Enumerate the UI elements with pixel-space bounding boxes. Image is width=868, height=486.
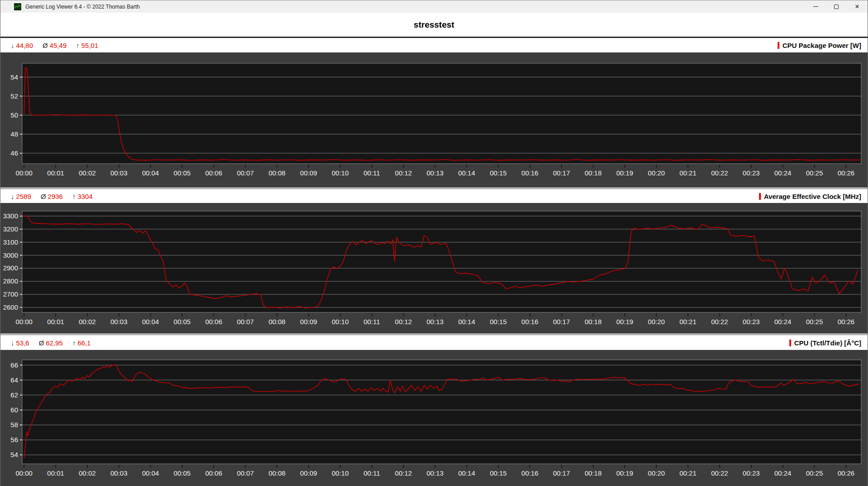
maximize-button[interactable] — [826, 0, 847, 13]
x-axis-label: 00:09 — [300, 469, 317, 477]
x-axis-label: 00:24 — [774, 318, 792, 326]
up-arrow-icon: ↑ — [76, 42, 80, 49]
power-stats-row: ↓44,80 Ø45,49 ↑55,01 CPU Package Power [… — [0, 38, 868, 52]
series-legend-temp: CPU (Tctl/Tdie) [Â°C] — [789, 339, 861, 347]
x-axis-label: 00:14 — [458, 318, 475, 326]
x-axis-label: 00:21 — [679, 469, 697, 477]
x-axis-label: 00:07 — [237, 318, 254, 326]
x-axis-label: 00:03 — [110, 318, 127, 326]
x-axis-label: 00:14 — [458, 169, 475, 177]
x-axis-label: 00:12 — [395, 469, 412, 477]
x-axis-label: 00:07 — [237, 169, 254, 177]
x-axis-label: 00:00 — [15, 469, 33, 477]
y-axis-label: 2800 — [3, 277, 18, 285]
power-chart-canvas[interactable]: 464850525400:0000:0100:0200:0300:0400:05… — [0, 52, 868, 186]
x-axis-label: 00:10 — [332, 169, 349, 177]
y-axis-label: 2900 — [3, 264, 18, 272]
x-axis-label: 00:06 — [205, 169, 222, 177]
panel-separator — [0, 186, 868, 189]
max-stat: ↑66,1 — [72, 339, 91, 347]
x-axis-label: 00:25 — [806, 169, 823, 177]
min-stat: ↓44,80 — [11, 42, 33, 49]
y-axis-label: 52 — [10, 92, 18, 100]
average-icon: Ø — [41, 193, 46, 200]
x-axis-label: 00:24 — [774, 169, 792, 177]
max-stat: ↑55,01 — [76, 42, 98, 49]
y-axis-label: 3000 — [3, 251, 18, 259]
legend-color-bar — [759, 193, 761, 200]
avg-stat: Ø45,49 — [42, 42, 66, 49]
x-axis-label: 00:22 — [711, 469, 728, 477]
x-axis-label: 00:19 — [616, 169, 633, 177]
y-axis-label: 46 — [10, 149, 18, 157]
max-value: 66,1 — [77, 339, 90, 347]
x-axis-label: 00:01 — [47, 469, 64, 477]
x-axis-label: 00:09 — [300, 318, 317, 326]
temp-chart-region: 5456586062646600:0000:0100:0200:0300:040… — [0, 350, 868, 485]
x-axis-label: 00:00 — [15, 169, 33, 177]
y-axis-label: 3200 — [3, 225, 18, 233]
window-title: Generic Log Viewer 6.4 - © 2022 Thomas B… — [25, 4, 140, 10]
y-axis-label: 56 — [10, 436, 18, 444]
down-arrow-icon: ↓ — [11, 339, 14, 347]
min-value: 53,6 — [16, 339, 29, 347]
max-value: 55,01 — [81, 42, 99, 49]
x-axis-label: 00:21 — [679, 318, 697, 326]
x-axis-label: 00:02 — [79, 469, 96, 477]
y-axis-label: 50 — [10, 111, 18, 119]
x-axis-label: 00:01 — [47, 318, 64, 326]
x-axis-label: 00:01 — [47, 169, 64, 177]
series-legend-clock: Average Effective Clock [MHz] — [759, 193, 861, 200]
clock-chart-canvas[interactable]: 2600270028002900300031003200330000:0000:… — [0, 203, 868, 332]
x-axis-label: 00:00 — [15, 318, 33, 326]
x-axis-label: 00:11 — [363, 318, 380, 326]
app-logo-icon — [14, 3, 21, 10]
avg-stat: Ø62,95 — [39, 339, 63, 347]
x-axis-label: 00:02 — [79, 169, 96, 177]
x-axis-label: 00:13 — [427, 169, 444, 177]
temp-chart-canvas[interactable]: 5456586062646600:0000:0100:0200:0300:040… — [0, 350, 868, 485]
minimize-icon — [813, 6, 818, 7]
panel-separator — [0, 332, 868, 335]
x-axis-label: 00:03 — [110, 469, 127, 477]
x-axis-label: 00:05 — [174, 318, 191, 326]
x-axis-label: 00:07 — [237, 469, 254, 477]
max-stat: ↑3304 — [72, 193, 93, 200]
plot-area[interactable] — [22, 63, 861, 164]
series-legend-power: CPU Package Power [W] — [778, 42, 861, 49]
x-axis-label: 00:19 — [616, 318, 633, 326]
y-axis-label: 3300 — [3, 212, 18, 220]
power-chart-region: 464850525400:0000:0100:0200:0300:0400:05… — [0, 52, 868, 186]
x-axis-label: 00:21 — [679, 169, 697, 177]
x-axis-label: 00:23 — [743, 318, 760, 326]
x-axis-label: 00:09 — [300, 169, 317, 177]
down-arrow-icon: ↓ — [11, 42, 14, 49]
close-button[interactable]: ✕ — [847, 0, 868, 13]
x-axis-label: 00:23 — [743, 469, 760, 477]
x-axis-label: 00:26 — [838, 318, 855, 326]
x-axis-label: 00:23 — [743, 169, 760, 177]
y-axis-label: 2700 — [3, 290, 18, 298]
x-axis-label: 00:25 — [806, 318, 823, 326]
x-axis-label: 00:03 — [110, 169, 127, 177]
y-axis-label: 64 — [10, 376, 18, 384]
x-axis-label: 00:19 — [616, 469, 633, 477]
x-axis-label: 00:17 — [553, 318, 570, 326]
minimize-button[interactable] — [805, 0, 826, 13]
x-axis-label: 00:11 — [363, 469, 380, 477]
min-stat: ↓53,6 — [11, 339, 29, 347]
clock-stats-row: ↓2589 Ø2936 ↑3304 Average Effective Cloc… — [0, 189, 868, 203]
x-axis-label: 00:04 — [142, 318, 159, 326]
plot-area[interactable] — [22, 360, 861, 464]
y-axis-label: 48 — [10, 130, 18, 138]
plot-area[interactable] — [22, 211, 861, 312]
x-axis-label: 00:08 — [269, 169, 286, 177]
average-icon: Ø — [39, 339, 44, 347]
y-axis-label: 3100 — [3, 238, 18, 246]
x-axis-label: 00:26 — [838, 169, 855, 177]
avg-stat: Ø2936 — [41, 193, 63, 200]
x-axis-label: 00:20 — [648, 169, 665, 177]
x-axis-label: 00:24 — [774, 469, 792, 477]
legend-color-bar — [778, 42, 779, 49]
x-axis-label: 00:14 — [458, 469, 475, 477]
